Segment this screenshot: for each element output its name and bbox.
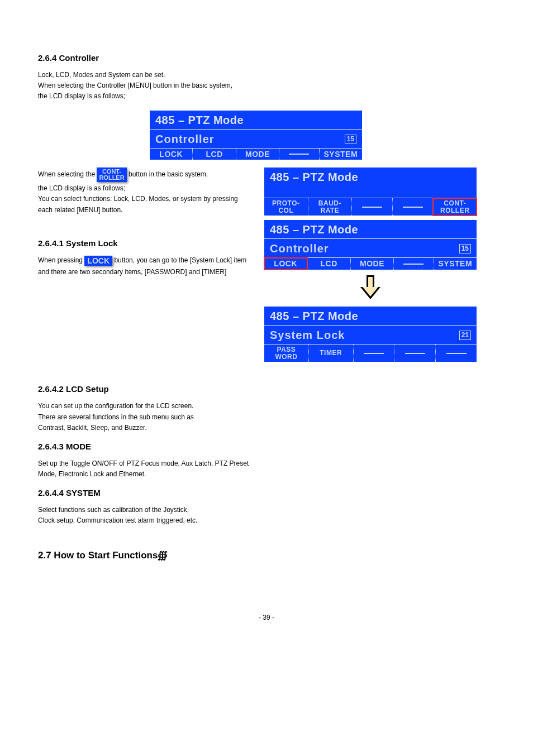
opt-line: RATE <box>310 207 350 214</box>
osd-options: PROTO- COL BAUD- RATE CONT- ROLLER <box>264 198 477 216</box>
para: Set up the Toggle ON/OFF of PTZ Focus mo… <box>38 459 495 468</box>
osd-opt-empty <box>279 149 319 160</box>
osd-opt-empty <box>352 198 393 216</box>
osd-opt-system[interactable]: SYSTEM <box>434 258 477 270</box>
osd-panel-controller-2: 485 – PTZ Mode Controller 15 LOCK LCD MO… <box>264 220 477 270</box>
para: Clock setup, Communication test alarm tr… <box>38 516 495 525</box>
osd-panel-systemlock: 485 – PTZ Mode System Lock 21 PASS WORD … <box>264 307 477 362</box>
para: Mode, Electronic Lock and Ethernet. <box>38 470 495 479</box>
osd-opt-timer[interactable]: TIMER <box>309 344 354 362</box>
heading-text: 2.6.4.1 System Lock <box>38 238 118 248</box>
osd-opt-lock[interactable]: LOCK <box>150 149 193 160</box>
osd-title: 485 – PTZ Mode <box>264 168 477 198</box>
osd-title: 485 – PTZ Mode <box>264 307 477 326</box>
para: each related [MENU] button. <box>38 205 264 214</box>
osd-opt-system[interactable]: SYSTEM <box>320 149 362 160</box>
chip-line: ROLLER <box>99 175 124 181</box>
osd-options: PASS WORD TIMER <box>264 344 477 362</box>
para: You can select functions: Lock, LCD, Mod… <box>38 194 264 203</box>
osd-opt-empty <box>354 344 395 362</box>
heading-text: 2.6.4.2 LCD Setup <box>38 384 109 394</box>
opt-line: BAUD- <box>310 200 350 207</box>
para: Select functions such as calibration of … <box>38 505 495 514</box>
osd-sub-label: Controller <box>270 242 329 255</box>
opt-line: PROTO- <box>266 200 306 207</box>
osd-page-badge: 15 <box>459 244 471 253</box>
opt-line: CONT- <box>435 200 475 207</box>
osd-opt-empty <box>393 198 434 216</box>
heading-controller: 2.6.4 Controller <box>38 53 495 63</box>
osd-sub-label: Controller <box>155 133 215 146</box>
para: the LCD display is as follows; <box>38 92 495 101</box>
osd-sub-row: Controller 15 <box>150 130 362 149</box>
osd-page-badge: 15 <box>345 135 356 144</box>
osd-opt-protocol[interactable]: PROTO- COL <box>264 198 308 216</box>
osd-title: 485 – PTZ Mode <box>264 220 477 239</box>
para: There are several functions in the sub m… <box>38 413 495 422</box>
opt-line: PASS <box>266 346 307 353</box>
osd-options: LOCK LCD MODE SYSTEM <box>150 149 362 160</box>
opt-line: TIMER <box>311 350 351 357</box>
text-run: button, you can go to the [System Lock] … <box>114 256 246 264</box>
osd-opt-mode[interactable]: MODE <box>351 258 394 270</box>
controller-chip-icon: CONT- ROLLER <box>97 168 126 182</box>
osd-opt-baudrate[interactable]: BAUD- RATE <box>308 198 353 216</box>
osd-sub-row: Controller 15 <box>264 239 477 258</box>
text-run: button in the basic system, <box>129 170 208 178</box>
osd-panel-controller: 485 – PTZ Mode Controller 15 LOCK LCD MO… <box>150 111 362 160</box>
osd-opt-controller[interactable]: CONT- ROLLER <box>433 198 477 216</box>
para: When selecting the Controller [MENU] but… <box>38 81 495 90</box>
heading-text: 2.7 How to Start Functions∰ <box>38 550 168 561</box>
lock-chip-icon: LOCK <box>84 256 112 266</box>
osd-opt-empty <box>394 344 436 362</box>
osd-opt-mode[interactable]: MODE <box>236 149 279 160</box>
chip-line: LOCK <box>87 257 110 265</box>
osd-title: 485 – PTZ Mode <box>150 111 362 130</box>
osd-panel-proto: 485 – PTZ Mode PROTO- COL BAUD- RATE CON… <box>264 168 477 216</box>
para: the LCD display is as follows; <box>38 184 264 193</box>
para: Lock, LCD, Modes and System can be set. <box>38 70 495 79</box>
osd-opt-empty <box>436 344 477 362</box>
heading-text: 2.6.4.4 SYSTEM <box>38 488 101 497</box>
para: and there are two secondary items, [PASS… <box>38 267 264 276</box>
opt-line: WORD <box>266 353 307 361</box>
osd-opt-empty <box>394 258 434 270</box>
page-number: - 39 - <box>38 614 495 621</box>
osd-sub-label: System Lock <box>270 329 345 342</box>
arrow-down-icon <box>359 275 382 301</box>
text-run: When pressing <box>38 256 84 264</box>
para: When pressing LOCK button, you can go to… <box>38 256 264 266</box>
para: You can set up the configuration for the… <box>38 401 495 410</box>
para: When selecting the CONT- ROLLER button i… <box>38 168 264 182</box>
opt-line: ROLLER <box>435 207 475 214</box>
text-run: When selecting the <box>38 170 97 178</box>
heading-text: 2.6.4 Controller <box>38 53 99 63</box>
osd-sub-row: System Lock 21 <box>264 326 477 344</box>
osd-opt-lcd[interactable]: LCD <box>307 258 350 270</box>
heading-text: 2.6.4.3 MODE <box>38 442 91 451</box>
osd-page-badge: 21 <box>459 331 471 340</box>
para: Contrast, Backlit, Sleep, and Buzzer. <box>38 423 495 432</box>
osd-opt-password[interactable]: PASS WORD <box>264 344 309 362</box>
opt-line: COL <box>266 207 306 214</box>
osd-opt-lcd[interactable]: LCD <box>193 149 236 160</box>
osd-options: LOCK LCD MODE SYSTEM <box>264 258 477 270</box>
osd-opt-lock[interactable]: LOCK <box>264 258 307 270</box>
